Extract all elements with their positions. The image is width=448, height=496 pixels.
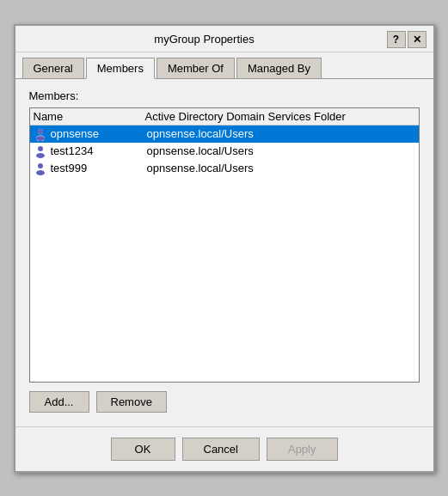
member-folder: opnsense.local/Users <box>147 162 254 175</box>
window-title: myGroup Properties <box>22 33 387 46</box>
action-buttons: Add... Remove <box>29 391 420 413</box>
col-header-name: Name <box>34 110 145 123</box>
remove-button[interactable]: Remove <box>96 391 167 413</box>
user-icon <box>34 162 47 175</box>
apply-button[interactable]: Apply <box>267 438 338 461</box>
svg-point-7 <box>38 163 43 168</box>
cancel-button[interactable]: Cancel <box>182 438 260 461</box>
list-item[interactable]: test999 opnsense.local/Users <box>30 160 419 177</box>
list-item[interactable]: opnsense opnsense.local/Users <box>30 126 419 143</box>
user-icon <box>34 144 47 158</box>
ok-button[interactable]: OK <box>111 438 175 461</box>
close-button[interactable]: ✕ <box>408 31 427 48</box>
member-folder: opnsense.local/Users <box>147 127 254 140</box>
svg-point-3 <box>38 129 43 134</box>
member-name: test1234 <box>51 144 147 157</box>
tab-members[interactable]: Members <box>86 58 155 79</box>
members-list-body: opnsense opnsense.local/Users test1234 o… <box>30 126 419 177</box>
member-folder: opnsense.local/Users <box>147 144 254 157</box>
tab-general[interactable]: General <box>22 58 84 78</box>
svg-point-8 <box>36 170 45 175</box>
members-label: Members: <box>29 89 420 102</box>
title-bar: myGroup Properties ? ✕ <box>15 26 433 52</box>
user-icon <box>34 127 47 141</box>
title-bar-buttons: ? ✕ <box>387 31 427 48</box>
svg-point-6 <box>36 153 45 158</box>
tab-bar: General Members Member Of Managed By <box>15 52 433 79</box>
member-name: test999 <box>51 162 147 175</box>
properties-window: myGroup Properties ? ✕ General Members M… <box>14 24 435 473</box>
help-button[interactable]: ? <box>387 31 406 48</box>
list-item[interactable]: test1234 opnsense.local/Users <box>30 143 419 160</box>
member-name: opnsense <box>51 127 147 140</box>
tab-member-of[interactable]: Member Of <box>156 58 235 78</box>
col-header-folder: Active Directory Domain Services Folder <box>145 110 346 123</box>
svg-point-5 <box>38 146 43 151</box>
list-header: Name Active Directory Domain Services Fo… <box>30 108 419 126</box>
members-list-container[interactable]: Name Active Directory Domain Services Fo… <box>29 107 420 383</box>
add-button[interactable]: Add... <box>29 391 89 413</box>
bottom-buttons: OK Cancel Apply <box>15 426 433 471</box>
tab-content: Members: Name Active Directory Domain Se… <box>15 79 433 423</box>
tab-managed-by[interactable]: Managed By <box>236 58 322 78</box>
svg-point-4 <box>36 136 45 141</box>
